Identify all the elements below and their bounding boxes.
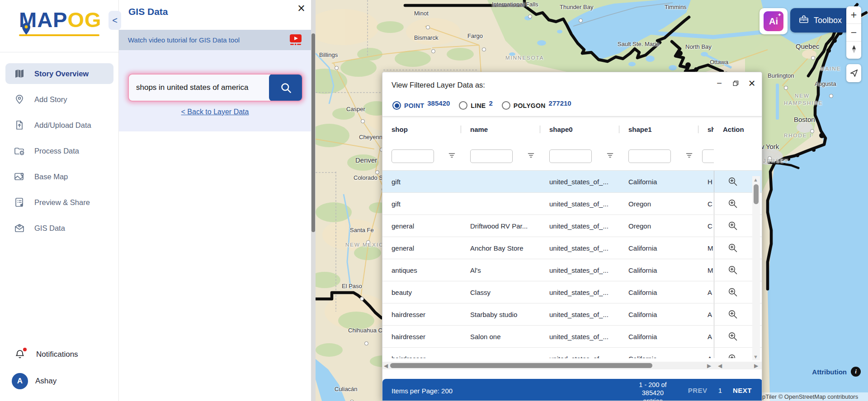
column-header-name[interactable]: name [461, 126, 540, 133]
vertical-scroll-thumb[interactable] [754, 184, 759, 204]
column-header-shop[interactable]: shop [382, 126, 461, 133]
radio-line[interactable]: LINE 2 [459, 99, 492, 110]
filter-input[interactable] [392, 149, 434, 163]
filter-icon[interactable] [527, 152, 535, 161]
close-window-button[interactable]: × [746, 78, 757, 89]
notifications-item[interactable]: Notifications [0, 344, 119, 365]
vertical-scrollbar[interactable]: ▲ ▼ [752, 176, 760, 360]
panel-collapse-button[interactable]: < [108, 11, 121, 30]
scroll-down-arrow[interactable]: ▼ [753, 354, 758, 359]
locate-button[interactable] [846, 64, 861, 82]
sidebar-nav: Story Overview Add Story Add/Upload Data… [0, 63, 119, 243]
info-icon[interactable]: i [851, 367, 861, 377]
user-profile[interactable]: A Ashay [0, 365, 119, 401]
scroll-up-arrow[interactable]: ▲ [753, 177, 758, 182]
gis-search-input[interactable] [129, 75, 269, 101]
zoom-to-feature-button[interactable] [727, 331, 738, 342]
column-header-action[interactable]: Action [714, 126, 751, 133]
panel-close-button[interactable]: × [297, 2, 305, 15]
table-row[interactable]: beauty Classy united_states_of_... Calif… [382, 281, 762, 303]
zoom-in-button[interactable]: + [846, 6, 861, 23]
minimize-button[interactable]: − [714, 78, 725, 89]
table-row[interactable]: general Anchor Bay Store united_states_o… [382, 237, 762, 259]
table-row[interactable]: gift united_states_of_... California H [382, 171, 762, 193]
zoom-to-feature-button[interactable] [727, 198, 738, 209]
radio-circle-icon[interactable] [392, 101, 401, 110]
osm-credit: pTiler © OpenStreetMap contributors [761, 392, 868, 401]
prev-page-button[interactable]: PREV [688, 387, 708, 394]
sidebar-item-base-map[interactable]: Base Map [5, 166, 113, 187]
zoom-to-feature-button[interactable] [727, 220, 738, 231]
sidebar-item-process-data[interactable]: Process Data [5, 140, 113, 161]
table-row[interactable]: hairdresser Salon one united_states_of_.… [382, 326, 762, 348]
sidebar-item-story-overview[interactable]: Story Overview [5, 63, 113, 84]
youtube-icon [289, 34, 302, 46]
scroll-right-arrow[interactable]: ▶ [707, 363, 711, 369]
zoom-out-button[interactable]: − [846, 24, 861, 41]
panel-scroll-thumb[interactable] [311, 33, 315, 232]
table-row[interactable]: general Driftwood RV Par... united_state… [382, 215, 762, 237]
logo-underline [19, 34, 99, 36]
feature-count: 385420 [427, 99, 450, 107]
filter-icon[interactable] [448, 152, 456, 161]
filter-input[interactable] [470, 149, 513, 163]
table-body: gift united_states_of_... California H g… [382, 171, 762, 358]
sidebar-item-label: Process Data [34, 147, 79, 155]
sidebar-item-label: Add/Upload Data [34, 121, 91, 130]
toolbox-label: Toolbox [814, 16, 842, 25]
zoom-to-feature-button[interactable] [727, 242, 738, 253]
sidebar-item-label: Preview & Share [34, 198, 90, 207]
user-name: Ashay [35, 377, 57, 386]
zoom-to-feature-button[interactable] [727, 176, 738, 187]
sidebar-item-add-upload-data[interactable]: Add/Upload Data [5, 115, 113, 135]
map-zoom-control: + − [846, 6, 861, 59]
table-row[interactable]: antiques Al's united_states_of_... Calif… [382, 259, 762, 281]
geometry-radio-row: POINT 385420 LINE 2 POLYGON 277210 [382, 98, 762, 117]
toolbox-button[interactable]: Toolbox [790, 8, 850, 33]
radio-polygon[interactable]: POLYGON 277210 [502, 99, 571, 110]
ai-assistant-button[interactable]: Ai ✦ [764, 11, 783, 31]
compass-button[interactable] [846, 42, 861, 59]
filter-input[interactable] [628, 149, 671, 163]
action-scroll-right-arrow[interactable]: ▶ [754, 363, 758, 369]
restore-button[interactable] [730, 78, 741, 89]
action-scroll-left-arrow[interactable]: ◀ [718, 363, 722, 369]
filter-input[interactable] [549, 149, 592, 163]
attribution-row: Attribution i [812, 367, 861, 377]
zoom-to-feature-button[interactable] [727, 309, 738, 320]
panel-scrollbar[interactable] [311, 0, 316, 401]
zoom-to-feature-button[interactable] [727, 353, 738, 358]
table-row[interactable]: hairdresser Starbaby studio united_state… [382, 303, 762, 326]
scroll-left-arrow[interactable]: ◀ [384, 363, 388, 369]
gis-data-panel: GIS Data × Watch video tutorial for GIS … [119, 0, 311, 401]
tutorial-text: Watch video tutorial for GIS Data tool [128, 36, 240, 44]
filter-icon[interactable] [685, 152, 693, 161]
search-button[interactable] [269, 74, 302, 101]
sidebar-item-gis-data[interactable]: GIS Data [5, 218, 113, 238]
column-header-shape0[interactable]: shape0 [540, 126, 619, 133]
column-header-shape1[interactable]: shape1 [619, 126, 698, 133]
ai-assistant-card[interactable]: Ai ✦ [760, 8, 788, 34]
table-row[interactable]: gift united_states_of_... Oregon C [382, 193, 762, 215]
radio-circle-icon[interactable] [502, 101, 510, 110]
horizontal-scroll-thumb[interactable] [390, 363, 652, 368]
horizontal-scrollbar[interactable]: ◀ ▶ ◀ ▶ [382, 362, 762, 369]
process-gear-icon [14, 145, 25, 157]
column-header-sh[interactable]: sh [698, 126, 714, 133]
zoom-to-feature-button[interactable] [727, 287, 738, 298]
filter-icon[interactable] [606, 152, 614, 161]
radio-point[interactable]: POINT 385420 [392, 99, 450, 110]
window-title: View Filtered Layer Data as: [392, 81, 485, 89]
sidebar-item-preview-share[interactable]: Preview & Share [5, 192, 113, 213]
feature-count: 2 [489, 99, 492, 107]
next-page-button[interactable]: NEXT [733, 387, 752, 394]
sidebar-item-add-story[interactable]: Add Story [5, 89, 113, 110]
radio-circle-icon[interactable] [459, 101, 467, 110]
preview-share-icon [14, 196, 25, 208]
zoom-to-feature-button[interactable] [727, 265, 738, 275]
back-to-layer-data-link[interactable]: < Back to Layer Data [119, 108, 311, 116]
ai-label: Ai [769, 16, 778, 27]
filter-input[interactable] [702, 149, 714, 163]
tutorial-banner[interactable]: Watch video tutorial for GIS Data tool [119, 30, 311, 50]
table-row[interactable]: hairdresser united_states_of_... Califor… [382, 348, 762, 358]
